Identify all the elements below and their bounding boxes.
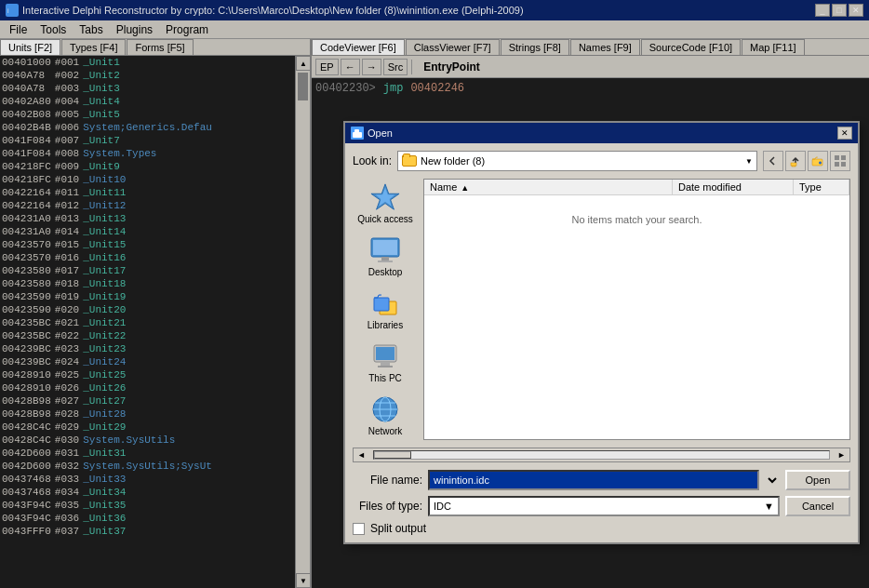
filetype-arrow-icon: ▼ <box>764 501 774 512</box>
open-dialog: Open ✕ Look in: New folder (8) ▼ <box>343 121 860 544</box>
svg-rect-6 <box>791 163 796 166</box>
filetype-combo[interactable]: IDC ▼ <box>428 496 780 516</box>
this-pc-label: This PC <box>368 373 402 383</box>
network-icon <box>370 394 400 424</box>
nav-panel: Quick access Desktop <box>353 179 418 440</box>
filename-input[interactable] <box>428 470 759 490</box>
scroll-left-button[interactable]: ◄ <box>354 450 369 460</box>
svg-rect-22 <box>381 362 390 366</box>
svg-rect-17 <box>378 261 393 262</box>
this-pc-icon <box>370 341 400 371</box>
look-in-row: Look in: New folder (8) ▼ <box>353 151 850 171</box>
svg-rect-4 <box>354 129 359 133</box>
col-date-modified[interactable]: Date modified <box>673 180 794 194</box>
scroll-right-button[interactable]: ► <box>834 450 849 460</box>
col-type[interactable]: Type <box>794 180 849 194</box>
svg-rect-10 <box>835 162 839 167</box>
dialog-body: Look in: New folder (8) ▼ <box>345 143 858 542</box>
desktop-label: Desktop <box>368 267 403 277</box>
libraries-icon <box>370 288 400 318</box>
split-output-label: Split output <box>370 522 426 535</box>
cancel-button[interactable]: Cancel <box>785 496 850 516</box>
look-in-combo[interactable]: New folder (8) ▼ <box>397 151 757 171</box>
nav-libraries[interactable]: Libraries <box>353 285 418 334</box>
filename-label: File name: <box>353 474 422 487</box>
split-output-checkbox[interactable] <box>353 523 365 535</box>
split-output-row: Split output <box>353 522 850 535</box>
svg-rect-11 <box>841 162 846 167</box>
bottom-scrollbar[interactable]: ◄ ► <box>353 448 850 462</box>
network-label: Network <box>368 426 403 436</box>
nav-up-button[interactable] <box>785 151 806 171</box>
desktop-icon <box>370 235 400 265</box>
folder-icon <box>402 155 417 167</box>
svg-rect-19 <box>374 298 389 311</box>
libraries-label: Libraries <box>368 320 403 330</box>
filename-dropdown[interactable]: ▼ <box>765 470 780 490</box>
quick-access-icon <box>370 182 400 212</box>
file-list[interactable]: Name▲ Date modified Type No items match … <box>423 179 850 440</box>
new-folder-button[interactable] <box>808 151 828 171</box>
svg-rect-9 <box>841 155 846 160</box>
scroll-track <box>373 450 830 460</box>
file-browser: Quick access Desktop <box>353 179 850 440</box>
nav-quick-access[interactable]: Quick access <box>353 179 418 228</box>
view-menu-button[interactable] <box>830 151 850 171</box>
file-list-header: Name▲ Date modified Type <box>424 180 849 195</box>
combo-arrow-icon: ▼ <box>745 157 753 166</box>
svg-rect-23 <box>378 366 393 368</box>
no-items-message: No items match your search. <box>424 195 849 244</box>
quick-access-label: Quick access <box>357 214 412 224</box>
nav-desktop[interactable]: Desktop <box>353 232 418 281</box>
svg-rect-16 <box>381 257 389 261</box>
filetype-row: Files of type: IDC ▼ Cancel <box>353 496 850 516</box>
dialog-title-text: Open <box>368 127 834 139</box>
nav-this-pc[interactable]: This PC <box>353 338 418 387</box>
filename-row: File name: ▼ Open <box>353 470 850 490</box>
look-in-value: New folder (8) <box>421 155 742 167</box>
dialog-icon <box>351 127 364 140</box>
look-in-label: Look in: <box>353 154 392 167</box>
scroll-thumb[interactable] <box>374 451 411 459</box>
svg-rect-21 <box>376 347 394 360</box>
dialog-close-button[interactable]: ✕ <box>837 127 852 140</box>
nav-icon-buttons <box>763 151 850 171</box>
svg-rect-8 <box>835 155 839 160</box>
dialog-overlay: Open ✕ Look in: New folder (8) ▼ <box>0 0 869 588</box>
filetype-label: Files of type: <box>353 500 422 513</box>
filetype-value: IDC <box>434 501 451 512</box>
open-button[interactable]: Open <box>785 470 850 490</box>
dialog-title-bar: Open ✕ <box>345 123 858 143</box>
nav-back-button[interactable] <box>763 151 783 171</box>
svg-rect-15 <box>373 240 397 255</box>
nav-network[interactable]: Network <box>353 391 418 440</box>
col-name[interactable]: Name▲ <box>424 180 673 194</box>
